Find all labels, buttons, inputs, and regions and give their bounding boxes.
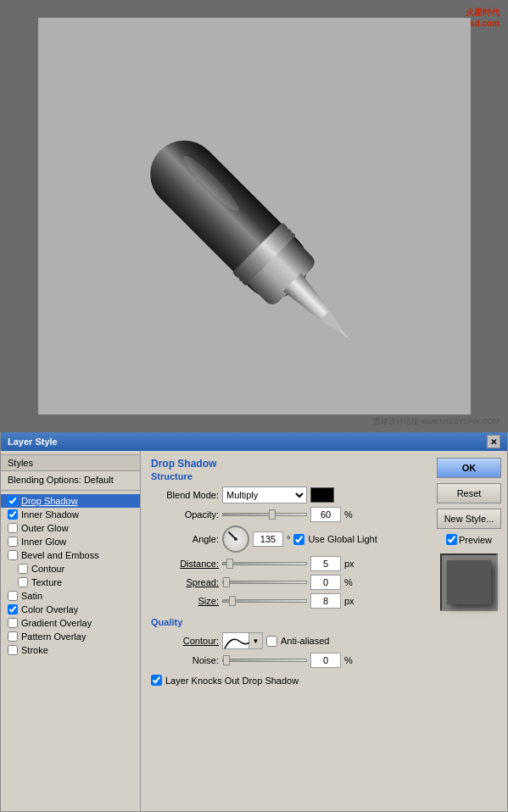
preview-box [440,553,498,611]
preview-inner [447,560,491,604]
sidebar-item-gradient-overlay[interactable]: Gradient Overlay [1,616,140,630]
inner-glow-checkbox[interactable] [8,537,18,547]
distance-slider[interactable] [222,562,307,565]
sidebar-item-drop-shadow[interactable]: Drop Shadow [1,494,140,508]
size-row: Size: px [151,593,421,609]
dialog-body: Styles Blending Options: Default Drop Sh… [1,451,507,811]
canvas-area: 火星时代 www.hxsd.com [0,0,508,432]
size-slider[interactable] [222,599,307,603]
anti-alias-checkbox[interactable] [266,636,277,647]
opacity-unit: % [344,509,353,520]
distance-label: Distance: [151,559,219,569]
buttons-panel: OK Reset New Style... Preview [431,451,507,811]
sidebar-item-bevel-emboss[interactable]: Bevel and Emboss [1,548,140,562]
global-light-label: Use Global Light [308,534,377,544]
canvas-inner [38,18,471,414]
size-input[interactable] [310,593,341,609]
quality-title: Quality [151,617,182,627]
sidebar-item-inner-glow[interactable]: Inner Glow [1,535,140,548]
sidebar-item-contour[interactable]: Contour [1,562,140,576]
angle-indicator [228,531,237,540]
contour-row: Contour: ▼ Anti-aliased [151,632,421,649]
bevel-emboss-checkbox[interactable] [8,550,18,560]
noise-unit: % [344,655,353,665]
opacity-thumb[interactable] [269,509,276,520]
sidebar-item-outer-glow[interactable]: Outer Glow [1,521,140,535]
styles-panel: Styles Blending Options: Default Drop Sh… [1,451,141,811]
reset-button[interactable]: Reset [437,483,501,503]
noise-input[interactable] [310,653,341,668]
distance-thumb[interactable] [226,559,233,569]
spread-label: Spread: [151,577,219,587]
knockout-checkbox[interactable] [151,675,162,686]
sidebar-item-inner-shadow[interactable]: Inner Shadow [1,508,140,521]
angle-unit: ° [287,534,290,544]
opacity-label: Opacity: [151,509,219,520]
distance-input[interactable] [310,556,341,571]
noise-slider[interactable] [222,659,307,662]
noise-thumb[interactable] [223,655,230,665]
dialog-title: Layer Style [8,437,58,447]
opacity-input[interactable] [310,507,341,522]
drop-shadow-checkbox[interactable] [8,496,18,506]
close-button[interactable]: ✕ [487,435,500,448]
angle-dial[interactable] [222,526,249,553]
size-unit: px [344,596,354,606]
settings-panel: Drop Shadow Structure Blend Mode: Multip… [141,451,431,811]
contour-dropdown-arrow[interactable]: ▼ [249,632,263,649]
opacity-row: Opacity: % [151,507,421,522]
spread-unit: % [344,577,353,587]
noise-label: Noise: [151,655,219,665]
preview-toggle-row: Preview [446,534,492,545]
size-thumb[interactable] [229,596,236,606]
angle-input[interactable] [253,531,283,547]
preview-label: Preview [459,535,492,545]
inner-shadow-checkbox[interactable] [8,509,18,520]
contour-preview [222,632,249,649]
blending-options-item[interactable]: Blending Options: Default [1,473,140,487]
spread-input[interactable] [310,575,341,590]
color-overlay-checkbox[interactable] [8,604,18,615]
drop-shadow-title: Drop Shadow [151,458,216,470]
spread-slider[interactable] [222,581,307,584]
pattern-overlay-checkbox[interactable] [8,631,18,642]
structure-subtitle: Structure [151,471,193,481]
sidebar-item-satin[interactable]: Satin [1,589,140,603]
knockout-row: Layer Knocks Out Drop Shadow [151,675,421,686]
size-label: Size: [151,596,219,606]
angle-label: Angle: [151,534,219,544]
dialog-titlebar: Layer Style ✕ [1,432,507,451]
layer-style-dialog: Layer Style ✕ Styles Blending Options: D… [0,432,508,812]
opacity-slider[interactable] [222,513,307,516]
spread-row: Spread: % [151,575,421,590]
satin-checkbox[interactable] [8,591,18,601]
quality-section: Quality Contour: ▼ Anti-aliased [151,617,421,668]
anti-alias-label: Anti-aliased [281,636,329,646]
styles-header[interactable]: Styles [1,454,140,471]
sidebar-item-texture[interactable]: Texture [1,576,140,589]
new-style-button[interactable]: New Style... [437,509,501,529]
ok-button[interactable]: OK [437,458,501,478]
distance-row: Distance: px [151,556,421,571]
stroke-checkbox[interactable] [8,645,18,655]
preview-checkbox[interactable] [446,534,457,545]
gradient-overlay-checkbox[interactable] [8,618,18,628]
global-light-checkbox[interactable] [293,534,304,545]
noise-row: Noise: % [151,653,421,668]
svg-line-7 [340,330,347,336]
sidebar-item-color-overlay[interactable]: Color Overlay [1,603,140,616]
shadow-color-swatch[interactable] [310,487,334,503]
blend-mode-row: Blend Mode: Multiply Normal Screen [151,487,421,503]
blend-mode-select[interactable]: Multiply Normal Screen [222,487,307,503]
texture-checkbox[interactable] [18,577,28,587]
sidebar-item-stroke[interactable]: Stroke [1,643,140,657]
angle-row: Angle: ° Use Global Light [151,526,421,553]
spread-thumb[interactable] [223,577,230,587]
outer-glow-checkbox[interactable] [8,523,18,533]
contour-dropdown[interactable]: ▼ [222,632,263,649]
knockout-label: Layer Knocks Out Drop Shadow [165,676,299,686]
distance-unit: px [344,559,354,569]
contour-checkbox[interactable] [18,564,28,574]
sidebar-item-pattern-overlay[interactable]: Pattern Overlay [1,630,140,643]
pen-illustration [106,35,394,382]
